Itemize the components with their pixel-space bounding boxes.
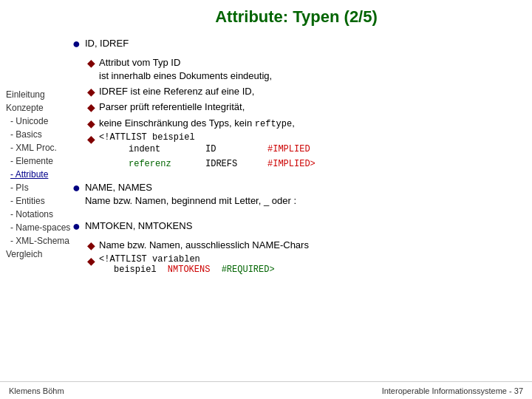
bullet-dot-2: ● bbox=[72, 181, 81, 196]
sidebar-item-vergleich[interactable]: Vergleich bbox=[4, 248, 62, 260]
footer: Klemens Böhm Interoperable Informationss… bbox=[0, 381, 532, 399]
diamond-1: ◆ bbox=[87, 56, 95, 69]
bullet-sub-2: ◆ IDREF ist eine Referenz auf eine ID, bbox=[87, 85, 520, 98]
sidebar-item-namespaces[interactable]: - Name-spaces bbox=[4, 222, 62, 233]
section2-detail: Name bzw. Namen, beginnend mit Letter, _… bbox=[85, 195, 296, 206]
sub2-text: IDREF ist eine Referenz auf eine ID, bbox=[99, 85, 254, 98]
sidebar-item-attribute[interactable]: - Attribute bbox=[4, 168, 62, 180]
sub6-text: Name bzw. Namen, ausschliesslich NAME-Ch… bbox=[99, 239, 309, 252]
sidebar-item-elemente[interactable]: - Elemente bbox=[4, 155, 62, 167]
sub3-text: Parser prüft referentielle Integrität, bbox=[99, 100, 245, 114]
section3-label: NMTOKEN, NMTOKENS bbox=[85, 219, 192, 233]
code-r1c2: ID bbox=[205, 143, 265, 157]
sub4-text: keine Einschränkung des Typs, kein refty… bbox=[99, 117, 295, 131]
page-title: Attribute: Typen (2/5) bbox=[72, 7, 520, 27]
sub4-start: keine Einschränkung des Typs, kein bbox=[99, 117, 255, 129]
bullet-sub-1: ◆ Attribut vom Typ ID ist innerhalb eine… bbox=[87, 56, 520, 83]
attlist2-line2: beispiel NMTOKENS #REQUIRED> bbox=[114, 265, 275, 275]
bullet-dot-1: ● bbox=[72, 37, 81, 52]
main-content: Einleitung Konzepte - Unicode - Basics -… bbox=[0, 0, 532, 381]
section-id-idref: ● ID, IDREF ◆ Attribut vom Typ ID ist in… bbox=[72, 37, 520, 174]
code-r2c1: referenz bbox=[129, 157, 202, 171]
bullet-sub-5: ◆ <!ATTLIST beispiel indent ID #IMPLIED … bbox=[87, 132, 520, 171]
sub1-text: Attribut vom Typ ID ist innerhalb eines … bbox=[99, 56, 272, 83]
code-table: indent ID #IMPLIED referenz IDREFS #IMPL… bbox=[129, 143, 334, 171]
sub7-mid: NMTOKENS bbox=[168, 265, 211, 275]
section-name-names: ● NAME, NAMES Name bzw. Namen, beginnend… bbox=[72, 181, 520, 212]
sub4-code: reftype bbox=[255, 119, 292, 129]
bullet-sub-6: ◆ Name bzw. Namen, ausschliesslich NAME-… bbox=[87, 239, 520, 252]
sidebar-item-xmlschema[interactable]: - XML-Schema bbox=[4, 235, 62, 247]
bullet-dot-3: ● bbox=[72, 219, 81, 234]
footer-course: Interoperable Informationssysteme - 37 bbox=[382, 386, 523, 395]
sidebar-item-konzepte[interactable]: Konzepte bbox=[4, 102, 62, 114]
section2-label-text: NAME, NAMES bbox=[85, 182, 152, 193]
sidebar-item-unicode[interactable]: - Unicode bbox=[4, 115, 62, 127]
attlist-line1: <!ATTLIST beispiel bbox=[99, 132, 334, 143]
page: Einleitung Konzepte - Unicode - Basics -… bbox=[0, 0, 532, 399]
section1-label: ID, IDREF bbox=[85, 37, 129, 50]
section2-label: NAME, NAMES Name bzw. Namen, beginnend m… bbox=[85, 181, 296, 208]
diamond-2: ◆ bbox=[87, 85, 95, 98]
sidebar-item-notations[interactable]: - Notations bbox=[4, 208, 62, 220]
attlist2-line1: <!ATTLIST variablen bbox=[99, 254, 275, 265]
code-r1c3: #IMPLIED bbox=[267, 143, 334, 157]
attlist-block: <!ATTLIST beispiel indent ID #IMPLIED re… bbox=[99, 132, 334, 171]
content-area: Attribute: Typen (2/5) ● ID, IDREF ◆ Att… bbox=[66, 0, 532, 381]
footer-author: Klemens Böhm bbox=[9, 386, 64, 395]
sidebar-item-basics[interactable]: - Basics bbox=[4, 129, 62, 140]
sub4-end: , bbox=[292, 117, 295, 129]
sub7-row: beispiel bbox=[114, 265, 157, 275]
sidebar-item-pis[interactable]: - PIs bbox=[4, 182, 62, 194]
diamond-5: ◆ bbox=[87, 132, 95, 146]
sidebar-item-entities[interactable]: - Entities bbox=[4, 195, 62, 207]
diamond-3: ◆ bbox=[87, 100, 95, 114]
bullet-main-2: ● NAME, NAMES Name bzw. Namen, beginnend… bbox=[72, 181, 520, 208]
bullet-sub-4: ◆ keine Einschränkung des Typs, kein ref… bbox=[87, 117, 520, 131]
attlist-block-2: <!ATTLIST variablen beispiel NMTOKENS #R… bbox=[99, 254, 275, 275]
diamond-4: ◆ bbox=[87, 117, 95, 130]
sub1-label: Attribut vom Typ ID bbox=[99, 57, 180, 68]
bullet-main-1: ● ID, IDREF bbox=[72, 37, 520, 52]
bullet-sub-3: ◆ Parser prüft referentielle Integrität, bbox=[87, 100, 520, 114]
sub1-detail: ist innerhalb eines Dokuments eindeutig, bbox=[99, 70, 272, 81]
code-r2c3: #IMPLIED> bbox=[267, 157, 334, 171]
sidebar-item-xmlproc[interactable]: - XML Proc. bbox=[4, 142, 62, 154]
bullet-main-3: ● NMTOKEN, NMTOKENS bbox=[72, 219, 520, 234]
sidebar: Einleitung Konzepte - Unicode - Basics -… bbox=[0, 0, 66, 381]
diamond-7: ◆ bbox=[87, 254, 95, 267]
sidebar-item-einleitung[interactable]: Einleitung bbox=[4, 89, 62, 100]
code-r2c2: IDREFS bbox=[205, 157, 265, 171]
bullet-sub-7: ◆ <!ATTLIST variablen beispiel NMTOKENS … bbox=[87, 254, 520, 275]
sub7-end: #REQUIRED> bbox=[222, 265, 275, 275]
diamond-6: ◆ bbox=[87, 239, 95, 252]
code-r1c1: indent bbox=[129, 143, 202, 157]
section-nmtoken: ● NMTOKEN, NMTOKENS ◆ Name bzw. Namen, a… bbox=[72, 219, 520, 277]
